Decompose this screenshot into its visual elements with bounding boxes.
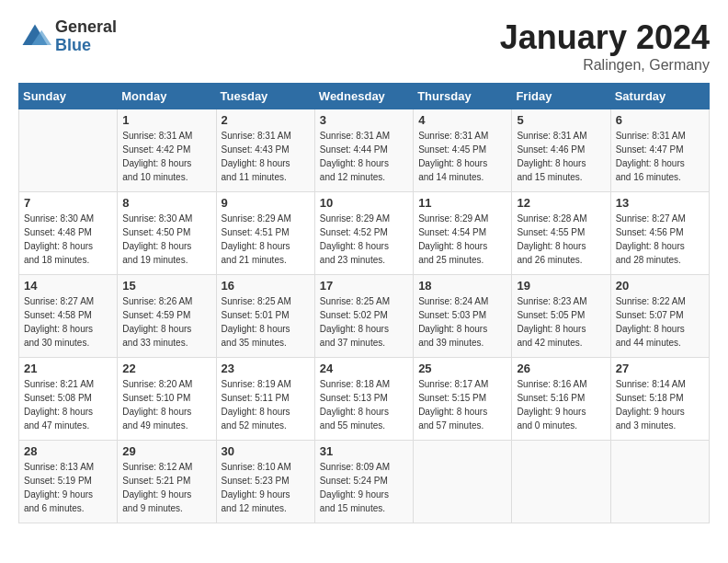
day-number: 24 (320, 362, 408, 375)
calendar-cell: 28Sunrise: 8:13 AM Sunset: 5:19 PM Dayli… (19, 441, 118, 523)
day-info: Sunrise: 8:13 AM Sunset: 5:19 PM Dayligh… (24, 460, 112, 515)
weekday-header-thursday: Thursday (414, 84, 512, 109)
day-number: 28 (24, 444, 112, 458)
calendar-cell: 22Sunrise: 8:20 AM Sunset: 5:10 PM Dayli… (118, 358, 216, 441)
calendar-week-row: 1Sunrise: 8:31 AM Sunset: 4:42 PM Daylig… (19, 109, 710, 192)
day-number: 17 (320, 279, 408, 293)
day-info: Sunrise: 8:31 AM Sunset: 4:43 PM Dayligh… (222, 129, 310, 184)
calendar-cell (512, 441, 610, 523)
weekday-header-row: SundayMondayTuesdayWednesdayThursdayFrid… (19, 84, 710, 109)
day-info: Sunrise: 8:30 AM Sunset: 4:48 PM Dayligh… (24, 212, 112, 267)
calendar-cell: 2Sunrise: 8:31 AM Sunset: 4:43 PM Daylig… (216, 109, 314, 192)
day-number: 1 (122, 113, 210, 127)
day-number: 29 (122, 444, 210, 458)
calendar-cell: 13Sunrise: 8:27 AM Sunset: 4:56 PM Dayli… (610, 192, 709, 275)
calendar-cell: 29Sunrise: 8:12 AM Sunset: 5:21 PM Dayli… (118, 441, 216, 523)
day-info: Sunrise: 8:14 AM Sunset: 5:18 PM Dayligh… (616, 377, 704, 432)
day-info: Sunrise: 8:29 AM Sunset: 4:51 PM Dayligh… (222, 212, 310, 267)
calendar-week-row: 7Sunrise: 8:30 AM Sunset: 4:48 PM Daylig… (19, 192, 710, 275)
calendar-cell: 12Sunrise: 8:28 AM Sunset: 4:55 PM Dayli… (512, 192, 610, 275)
day-info: Sunrise: 8:31 AM Sunset: 4:47 PM Dayligh… (616, 129, 704, 184)
day-number: 26 (517, 362, 605, 375)
day-info: Sunrise: 8:27 AM Sunset: 4:56 PM Dayligh… (616, 212, 704, 267)
day-info: Sunrise: 8:26 AM Sunset: 4:59 PM Dayligh… (122, 294, 210, 350)
day-info: Sunrise: 8:17 AM Sunset: 5:15 PM Dayligh… (418, 377, 506, 432)
calendar-week-row: 14Sunrise: 8:27 AM Sunset: 4:58 PM Dayli… (19, 275, 710, 358)
day-info: Sunrise: 8:20 AM Sunset: 5:10 PM Dayligh… (122, 377, 210, 432)
calendar-cell: 30Sunrise: 8:10 AM Sunset: 5:23 PM Dayli… (216, 441, 314, 523)
calendar-cell: 5Sunrise: 8:31 AM Sunset: 4:46 PM Daylig… (512, 109, 610, 192)
calendar-cell: 24Sunrise: 8:18 AM Sunset: 5:13 PM Dayli… (314, 358, 413, 441)
calendar-week-row: 21Sunrise: 8:21 AM Sunset: 5:08 PM Dayli… (19, 358, 710, 441)
day-info: Sunrise: 8:19 AM Sunset: 5:11 PM Dayligh… (222, 377, 310, 432)
calendar-cell: 20Sunrise: 8:22 AM Sunset: 5:07 PM Dayli… (610, 275, 709, 358)
day-info: Sunrise: 8:29 AM Sunset: 4:54 PM Dayligh… (418, 212, 506, 267)
calendar-cell: 3Sunrise: 8:31 AM Sunset: 4:44 PM Daylig… (314, 109, 413, 192)
calendar-subtitle: Ralingen, Germany (500, 57, 710, 74)
day-number: 9 (222, 196, 310, 210)
day-info: Sunrise: 8:16 AM Sunset: 5:16 PM Dayligh… (517, 377, 605, 432)
page-header: General Blue January 2024 Ralingen, Germ… (18, 18, 710, 74)
day-info: Sunrise: 8:23 AM Sunset: 5:05 PM Dayligh… (517, 294, 605, 350)
day-number: 6 (616, 113, 704, 127)
calendar-cell (19, 109, 118, 192)
title-block: January 2024 Ralingen, Germany (500, 18, 710, 74)
calendar-cell: 19Sunrise: 8:23 AM Sunset: 5:05 PM Dayli… (512, 275, 610, 358)
day-number: 5 (517, 113, 605, 127)
day-number: 13 (616, 196, 704, 210)
day-number: 19 (517, 279, 605, 293)
weekday-header-monday: Monday (118, 84, 216, 109)
calendar-cell: 31Sunrise: 8:09 AM Sunset: 5:24 PM Dayli… (314, 441, 413, 523)
calendar-cell: 10Sunrise: 8:29 AM Sunset: 4:52 PM Dayli… (314, 192, 413, 275)
day-info: Sunrise: 8:24 AM Sunset: 5:03 PM Dayligh… (418, 294, 506, 350)
day-info: Sunrise: 8:10 AM Sunset: 5:23 PM Dayligh… (222, 460, 310, 515)
weekday-header-saturday: Saturday (610, 84, 709, 109)
calendar-cell: 9Sunrise: 8:29 AM Sunset: 4:51 PM Daylig… (216, 192, 314, 275)
calendar-cell (610, 441, 709, 523)
day-info: Sunrise: 8:28 AM Sunset: 4:55 PM Dayligh… (517, 212, 605, 267)
day-info: Sunrise: 8:25 AM Sunset: 5:01 PM Dayligh… (222, 294, 310, 350)
day-info: Sunrise: 8:30 AM Sunset: 4:50 PM Dayligh… (122, 212, 210, 267)
weekday-header-wednesday: Wednesday (314, 84, 413, 109)
day-info: Sunrise: 8:27 AM Sunset: 4:58 PM Dayligh… (24, 294, 112, 350)
day-number: 4 (418, 113, 506, 127)
day-number: 31 (320, 444, 408, 458)
day-info: Sunrise: 8:18 AM Sunset: 5:13 PM Dayligh… (320, 377, 408, 432)
day-number: 10 (320, 196, 408, 210)
calendar-cell: 17Sunrise: 8:25 AM Sunset: 5:02 PM Dayli… (314, 275, 413, 358)
day-number: 12 (517, 196, 605, 210)
calendar-cell (414, 441, 512, 523)
day-number: 8 (122, 196, 210, 210)
day-number: 21 (24, 362, 112, 375)
day-number: 22 (122, 362, 210, 375)
logo: General Blue (18, 18, 117, 55)
logo-icon (18, 20, 51, 53)
day-info: Sunrise: 8:25 AM Sunset: 5:02 PM Dayligh… (320, 294, 408, 350)
weekday-header-friday: Friday (512, 84, 610, 109)
weekday-header-sunday: Sunday (19, 84, 118, 109)
day-info: Sunrise: 8:09 AM Sunset: 5:24 PM Dayligh… (320, 460, 408, 515)
day-info: Sunrise: 8:22 AM Sunset: 5:07 PM Dayligh… (616, 294, 704, 350)
calendar-cell: 14Sunrise: 8:27 AM Sunset: 4:58 PM Dayli… (19, 275, 118, 358)
calendar-cell: 4Sunrise: 8:31 AM Sunset: 4:45 PM Daylig… (414, 109, 512, 192)
calendar-cell: 7Sunrise: 8:30 AM Sunset: 4:48 PM Daylig… (19, 192, 118, 275)
day-number: 30 (222, 444, 310, 458)
calendar-cell: 16Sunrise: 8:25 AM Sunset: 5:01 PM Dayli… (216, 275, 314, 358)
calendar-cell: 15Sunrise: 8:26 AM Sunset: 4:59 PM Dayli… (118, 275, 216, 358)
calendar-cell: 23Sunrise: 8:19 AM Sunset: 5:11 PM Dayli… (216, 358, 314, 441)
day-number: 15 (122, 279, 210, 293)
calendar-title: January 2024 (500, 18, 710, 57)
day-number: 16 (222, 279, 310, 293)
calendar-week-row: 28Sunrise: 8:13 AM Sunset: 5:19 PM Dayli… (19, 441, 710, 523)
day-number: 18 (418, 279, 506, 293)
calendar-cell: 27Sunrise: 8:14 AM Sunset: 5:18 PM Dayli… (610, 358, 709, 441)
calendar-cell: 8Sunrise: 8:30 AM Sunset: 4:50 PM Daylig… (118, 192, 216, 275)
day-number: 7 (24, 196, 112, 210)
day-info: Sunrise: 8:31 AM Sunset: 4:44 PM Dayligh… (320, 129, 408, 184)
day-number: 11 (418, 196, 506, 210)
calendar-cell: 1Sunrise: 8:31 AM Sunset: 4:42 PM Daylig… (118, 109, 216, 192)
weekday-header-tuesday: Tuesday (216, 84, 314, 109)
logo-text: General Blue (55, 18, 117, 55)
day-number: 25 (418, 362, 506, 375)
calendar-cell: 26Sunrise: 8:16 AM Sunset: 5:16 PM Dayli… (512, 358, 610, 441)
